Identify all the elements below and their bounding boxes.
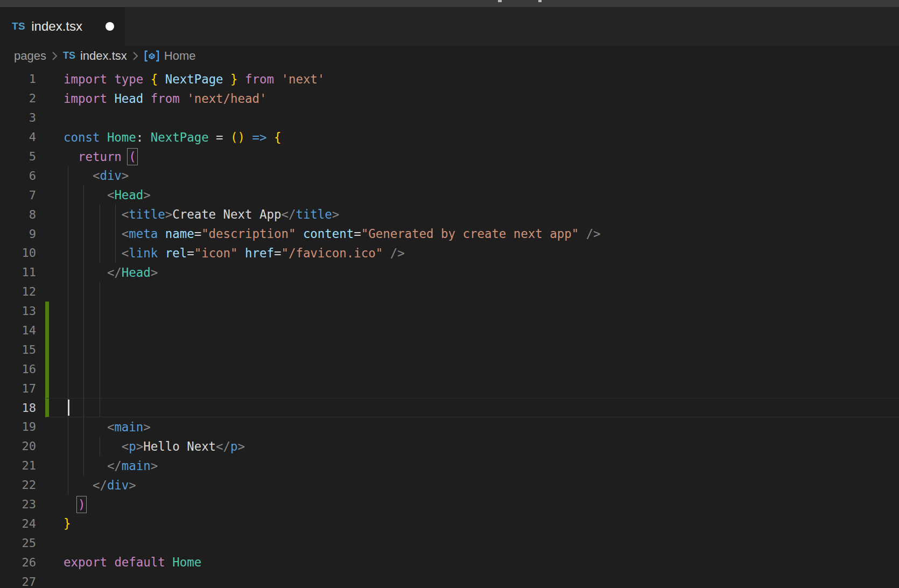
line-number[interactable]: 7 (0, 188, 36, 202)
code-line[interactable]: 23 ) (0, 495, 899, 514)
line-number[interactable]: 20 (0, 439, 36, 453)
code-text: <meta name="description" content="Genera… (64, 227, 601, 241)
code-text: <title>Create Next App</title> (64, 207, 339, 221)
line-number[interactable]: 19 (0, 420, 36, 433)
code-line[interactable]: 12 (0, 282, 899, 302)
line-number[interactable]: 10 (0, 246, 36, 260)
code-line[interactable]: 18 (0, 398, 899, 417)
code-line[interactable]: 22 </div> (0, 475, 899, 495)
code-line[interactable]: 6 <div> (0, 166, 899, 185)
line-number[interactable]: 6 (0, 169, 36, 183)
breadcrumb-symbol[interactable]: Home (164, 49, 196, 63)
tab-bar: TS index.tsx (0, 7, 899, 46)
code-text: <p>Hello Next</p> (64, 439, 245, 453)
code-text: </main> (64, 459, 158, 473)
code-text: const Home: NextPage = () => { (64, 130, 281, 144)
code-line[interactable]: 1import type { NextPage } from 'next' (0, 69, 899, 89)
code-line[interactable]: 17 (0, 379, 899, 398)
code-line[interactable]: 14 (0, 321, 899, 340)
line-number[interactable]: 18 (0, 401, 36, 415)
code-line[interactable]: 5 return ( (0, 147, 899, 166)
breadcrumb-folder[interactable]: pages (14, 49, 46, 63)
tab-file-name: index.tsx (31, 19, 82, 34)
typescript-file-icon: TS (63, 50, 75, 61)
line-number[interactable]: 15 (0, 343, 36, 356)
line-number[interactable]: 16 (0, 362, 36, 376)
line-number[interactable]: 8 (0, 208, 36, 221)
line-number[interactable]: 12 (0, 285, 36, 298)
code-line[interactable]: 16 (0, 359, 899, 379)
code-line[interactable]: 24} (0, 514, 899, 533)
code-text: return ( (64, 150, 136, 164)
line-number[interactable]: 2 (0, 92, 36, 105)
line-number[interactable]: 11 (0, 265, 36, 279)
modified-dot-icon[interactable] (106, 22, 114, 31)
breadcrumb-file[interactable]: index.tsx (80, 49, 127, 63)
code-line[interactable]: 3 (0, 108, 899, 128)
line-number[interactable]: 23 (0, 498, 36, 511)
code-line[interactable]: 2import Head from 'next/head' (0, 89, 899, 108)
line-number[interactable]: 17 (0, 382, 36, 395)
code-line[interactable]: 15 (0, 340, 899, 359)
code-line[interactable]: 19 <main> (0, 417, 899, 437)
line-number[interactable]: 9 (0, 227, 36, 241)
line-number[interactable]: 25 (0, 536, 36, 550)
code-line[interactable]: 27 (0, 572, 899, 588)
vscode-window: TS index.tsx pages TS index.tsx Home 1im… (0, 0, 899, 588)
code-line[interactable]: 7 <Head> (0, 185, 899, 205)
code-line[interactable]: 26export default Home (0, 552, 899, 572)
breadcrumb: pages TS index.tsx Home (0, 46, 899, 66)
line-number[interactable]: 3 (0, 111, 36, 124)
code-line[interactable]: 25 (0, 533, 899, 552)
code-line[interactable]: 8 <title>Create Next App</title> (0, 205, 899, 224)
code-text: ) (64, 498, 85, 512)
code-line[interactable]: 13 (0, 302, 899, 321)
line-number[interactable]: 26 (0, 556, 36, 569)
symbol-variable-icon (144, 49, 160, 63)
titlebar-text-fragment (538, 0, 542, 2)
title-bar (0, 0, 899, 7)
code-text: export default Home (64, 555, 201, 569)
chevron-right-icon (51, 51, 58, 61)
code-text: import type { NextPage } from 'next' (64, 72, 325, 86)
code-editor[interactable]: 1import type { NextPage } from 'next'2im… (0, 66, 899, 588)
line-number[interactable]: 13 (0, 304, 36, 318)
line-number[interactable]: 1 (0, 72, 36, 86)
code-text: <link rel="icon" href="/favicon.ico" /> (64, 246, 405, 260)
code-text: </div> (64, 478, 136, 492)
code-text: } (64, 516, 71, 530)
tab-index-tsx[interactable]: TS index.tsx (0, 7, 125, 46)
code-text: <div> (64, 169, 129, 183)
text-cursor (68, 400, 69, 416)
code-line[interactable]: 4const Home: NextPage = () => { (0, 128, 899, 147)
code-line[interactable]: 20 <p>Hello Next</p> (0, 437, 899, 456)
code-text: <main> (64, 420, 151, 434)
code-text: </Head> (64, 265, 158, 279)
line-number[interactable]: 14 (0, 324, 36, 337)
line-number[interactable]: 5 (0, 150, 36, 163)
code-line[interactable]: 9 <meta name="description" content="Gene… (0, 224, 899, 243)
line-number[interactable]: 4 (0, 130, 36, 144)
typescript-file-icon: TS (12, 20, 25, 32)
code-line[interactable]: 11 </Head> (0, 263, 899, 282)
line-number[interactable]: 27 (0, 575, 36, 588)
code-line[interactable]: 10 <link rel="icon" href="/favicon.ico" … (0, 243, 899, 263)
code-line[interactable]: 21 </main> (0, 456, 899, 475)
code-text: <Head> (64, 188, 151, 202)
titlebar-text-fragment (498, 0, 502, 2)
line-number[interactable]: 22 (0, 478, 36, 492)
line-number[interactable]: 24 (0, 517, 36, 530)
chevron-right-icon (132, 51, 139, 61)
line-number[interactable]: 21 (0, 459, 36, 472)
code-text: import Head from 'next/head' (64, 92, 266, 106)
